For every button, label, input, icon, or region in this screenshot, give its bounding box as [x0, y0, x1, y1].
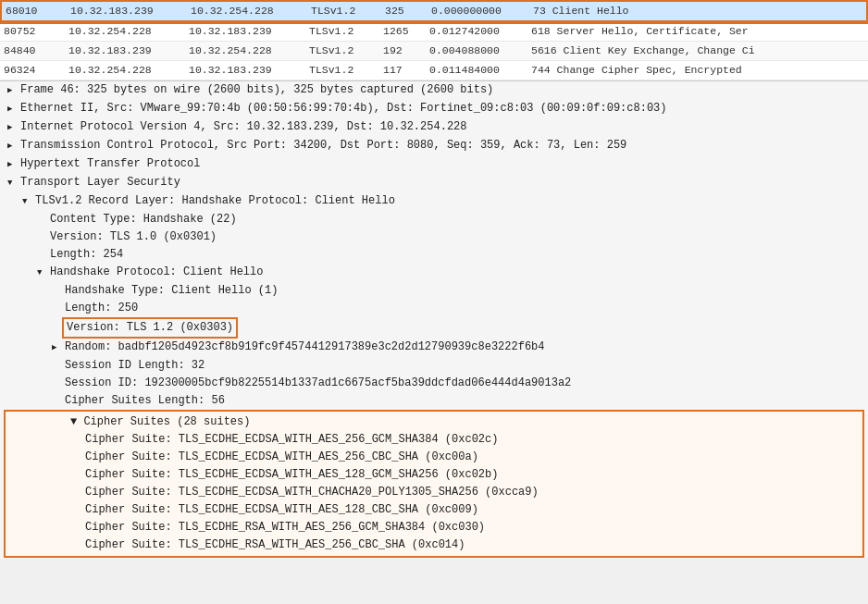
packet-no: 68010 — [6, 3, 70, 19]
cs-item-text-2: Cipher Suite: TLS_ECDHE_ECDSA_WITH_AES_1… — [85, 468, 498, 481]
detail-text: Version: TLS 1.0 (0x0301) — [50, 230, 217, 243]
tree-arrow: ▼ — [37, 265, 48, 282]
packet-row[interactable]: 96324 10.32.254.228 10.32.183.239 TLSv1.… — [0, 61, 868, 80]
packet-dst: 10.32.254.228 — [189, 43, 309, 59]
detail-line-random[interactable]: ▶Random: badbf1205d4923cf8b919fc9f457441… — [0, 339, 868, 357]
tree-arrow: ▼ — [7, 175, 19, 192]
detail-line-frame[interactable]: ▶Frame 46: 325 bytes on wire (2600 bits)… — [0, 81, 868, 100]
packet-len: 192 — [383, 43, 429, 59]
packet-proto: TLSv1.2 — [309, 43, 383, 59]
packet-time: 0.000000000 — [431, 3, 533, 19]
detail-text: Hypertext Transfer Protocol — [20, 157, 200, 170]
packet-proto: TLSv1.2 — [311, 3, 385, 19]
detail-line-hs-type: Handshake Type: Client Hello (1) — [0, 282, 868, 300]
detail-panel: ▶Frame 46: 325 bytes on wire (2600 bits)… — [0, 81, 868, 558]
detail-line-ethernet[interactable]: ▶Ethernet II, Src: VMware_99:70:4b (00:5… — [0, 100, 868, 118]
packet-time: 0.011484000 — [429, 62, 531, 79]
detail-text: Ethernet II, Src: VMware_99:70:4b (00:50… — [20, 102, 667, 115]
tree-arrow: ▶ — [7, 101, 19, 118]
detail-text: Cipher Suites Length: 56 — [65, 394, 225, 407]
packet-proto: TLSv1.2 — [309, 23, 383, 40]
main-container: 68010 10.32.183.239 10.32.254.228 TLSv1.… — [0, 0, 868, 558]
tree-arrow: ▶ — [7, 119, 19, 137]
packet-no: 96324 — [4, 62, 68, 79]
detail-text: Transport Layer Security — [20, 176, 180, 189]
detail-line-hs-length: Length: 250 — [0, 300, 868, 317]
cs-item-text-4: Cipher Suite: TLS_ECDHE_ECDSA_WITH_AES_1… — [85, 503, 478, 516]
detail-text: Handshake Protocol: Client Hello — [50, 265, 263, 278]
detail-line-tls-record[interactable]: ▼TLSv1.2 Record Layer: Handshake Protoco… — [0, 192, 868, 211]
detail-text: Random: badbf1205d4923cf8b919fc9f4574412… — [65, 340, 544, 353]
cs-item-text-6: Cipher Suite: TLS_ECDHE_RSA_WITH_AES_256… — [85, 538, 465, 551]
detail-line-handshake[interactable]: ▼Handshake Protocol: Client Hello — [0, 264, 868, 282]
detail-line-hs-version: Version: TLS 1.2 (0x0303) — [0, 317, 868, 339]
cipher-suite-item-3: Cipher Suite: TLS_ECDHE_ECDSA_WITH_CHACH… — [6, 484, 862, 501]
detail-text: Session ID: 192300005bcf9b8225514b1337ad… — [65, 376, 571, 389]
packet-src: 10.32.254.228 — [68, 62, 189, 79]
packet-src: 10.32.254.228 — [68, 23, 189, 40]
cipher-suites-header[interactable]: ▼ Cipher Suites (28 suites) — [6, 413, 862, 431]
tree-arrow: ▶ — [7, 156, 19, 174]
packet-len: 1265 — [383, 23, 429, 40]
packet-dst: 10.32.183.239 — [189, 62, 309, 79]
tree-arrow: ▶ — [7, 138, 19, 155]
version-highlight-box: Version: TLS 1.2 (0x0303) — [62, 317, 238, 339]
detail-line-ip[interactable]: ▶Internet Protocol Version 4, Src: 10.32… — [0, 118, 868, 137]
detail-line-cs-length: Cipher Suites Length: 56 — [0, 392, 868, 410]
packet-src: 10.32.183.239 — [70, 3, 191, 19]
packet-row[interactable]: 80752 10.32.254.228 10.32.183.239 TLSv1.… — [0, 22, 868, 42]
detail-text: Content Type: Handshake (22) — [50, 213, 237, 226]
detail-line-http[interactable]: ▶Hypertext Transfer Protocol — [0, 155, 868, 174]
cs-item-text-5: Cipher Suite: TLS_ECDHE_RSA_WITH_AES_256… — [85, 521, 485, 534]
detail-text: TLSv1.2 Record Layer: Handshake Protocol… — [35, 194, 395, 207]
detail-text: Frame 46: 325 bytes on wire (2600 bits),… — [20, 83, 493, 96]
packet-info: 744 Change Cipher Spec, Encrypted — [531, 62, 864, 79]
detail-text: Internet Protocol Version 4, Src: 10.32.… — [20, 120, 466, 133]
detail-text: Length: 254 — [50, 248, 123, 261]
detail-text: Session ID Length: 32 — [65, 359, 205, 372]
cipher-suite-item-6: Cipher Suite: TLS_ECDHE_RSA_WITH_AES_256… — [6, 536, 862, 554]
packet-time: 0.012742000 — [429, 23, 531, 40]
cipher-suite-item-1: Cipher Suite: TLS_ECDHE_ECDSA_WITH_AES_2… — [6, 449, 862, 466]
packet-dst: 10.32.183.239 — [189, 23, 309, 40]
tree-arrow: ▶ — [7, 82, 19, 100]
cs-item-text-0: Cipher Suite: TLS_ECDHE_ECDSA_WITH_AES_2… — [85, 433, 498, 446]
packet-table: 68010 10.32.183.239 10.32.254.228 TLSv1.… — [0, 0, 868, 81]
packet-info: 5616 Client Key Exchange, Change Ci — [531, 43, 864, 59]
detail-line-session-id: Session ID: 192300005bcf9b8225514b1337ad… — [0, 375, 868, 392]
detail-line-tls[interactable]: ▼Transport Layer Security — [0, 174, 868, 192]
detail-line-version-tls10: Version: TLS 1.0 (0x0301) — [0, 228, 868, 246]
packet-len: 325 — [385, 3, 431, 19]
tree-arrow: ▶ — [52, 339, 63, 357]
packet-no: 84840 — [4, 43, 68, 59]
cs-header-text: ▼ Cipher Suites (28 suites) — [70, 415, 250, 428]
packet-info: 618 Server Hello, Certificate, Ser — [531, 23, 864, 40]
packet-proto: TLSv1.2 — [309, 62, 383, 79]
detail-text: Transmission Control Protocol, Src Port:… — [20, 139, 626, 152]
packet-len: 117 — [383, 62, 429, 79]
detail-text: Handshake Type: Client Hello (1) — [65, 284, 278, 297]
cs-item-text-1: Cipher Suite: TLS_ECDHE_ECDSA_WITH_AES_2… — [85, 450, 478, 463]
packet-dst: 10.32.254.228 — [191, 3, 311, 19]
detail-line-session-id-len: Session ID Length: 32 — [0, 357, 868, 375]
cs-item-text-3: Cipher Suite: TLS_ECDHE_ECDSA_WITH_CHACH… — [85, 486, 539, 499]
cipher-suite-item-4: Cipher Suite: TLS_ECDHE_ECDSA_WITH_AES_1… — [6, 501, 862, 519]
detail-line-length: Length: 254 — [0, 246, 868, 264]
packet-row[interactable]: 68010 10.32.183.239 10.32.254.228 TLSv1.… — [0, 0, 868, 22]
packet-src: 10.32.183.239 — [68, 43, 189, 59]
packet-row[interactable]: 84840 10.32.183.239 10.32.254.228 TLSv1.… — [0, 42, 868, 61]
packet-no: 80752 — [4, 23, 68, 40]
cipher-suite-item-0: Cipher Suite: TLS_ECDHE_ECDSA_WITH_AES_2… — [6, 431, 862, 449]
detail-line-content-type: Content Type: Handshake (22) — [0, 211, 868, 228]
tree-arrow: ▼ — [22, 193, 33, 211]
detail-line-tcp[interactable]: ▶Transmission Control Protocol, Src Port… — [0, 137, 868, 155]
cipher-suites-box: ▼ Cipher Suites (28 suites)Cipher Suite:… — [4, 410, 864, 558]
detail-text: Length: 250 — [65, 302, 138, 314]
cipher-suite-item-2: Cipher Suite: TLS_ECDHE_ECDSA_WITH_AES_1… — [6, 466, 862, 484]
packet-info: 73 Client Hello — [533, 3, 862, 19]
cipher-suite-item-5: Cipher Suite: TLS_ECDHE_RSA_WITH_AES_256… — [6, 519, 862, 536]
packet-time: 0.004088000 — [429, 43, 531, 59]
